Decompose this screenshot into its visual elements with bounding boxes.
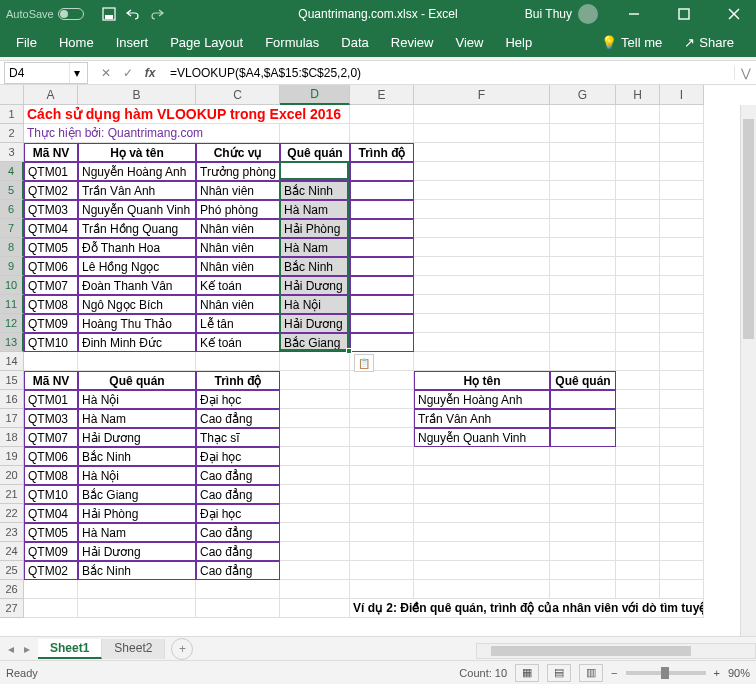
select-all-corner[interactable] bbox=[0, 85, 24, 105]
cell-H5[interactable] bbox=[616, 181, 660, 200]
ribbon-tab-insert[interactable]: Insert bbox=[106, 31, 159, 54]
cell-D9[interactable]: Bắc Ninh bbox=[280, 257, 350, 276]
zoom-out-button[interactable]: − bbox=[611, 667, 617, 679]
cell-H2[interactable] bbox=[616, 124, 660, 143]
cell-H22[interactable] bbox=[616, 504, 660, 523]
cell-C8[interactable]: Nhân viên bbox=[196, 238, 280, 257]
cell-D10[interactable]: Hải Dương bbox=[280, 276, 350, 295]
row-header-23[interactable]: 23 bbox=[0, 523, 24, 542]
cell-H16[interactable] bbox=[616, 390, 660, 409]
cell-D17[interactable] bbox=[280, 409, 350, 428]
cell-B25[interactable]: Bắc Ninh bbox=[78, 561, 196, 580]
cell-D18[interactable] bbox=[280, 428, 350, 447]
cell-B11[interactable]: Ngô Ngọc Bích bbox=[78, 295, 196, 314]
ribbon-tab-data[interactable]: Data bbox=[331, 31, 378, 54]
cell-F25[interactable] bbox=[414, 561, 550, 580]
row-header-8[interactable]: 8 bbox=[0, 238, 24, 257]
cell-D8[interactable]: Hà Nam bbox=[280, 238, 350, 257]
cell-C24[interactable]: Cao đẳng bbox=[196, 542, 280, 561]
cell-H10[interactable] bbox=[616, 276, 660, 295]
cell-A17[interactable]: QTM03 bbox=[24, 409, 78, 428]
cell-D14[interactable] bbox=[280, 352, 350, 371]
cell-D13[interactable]: Bắc Giang bbox=[280, 333, 350, 352]
cell-H23[interactable] bbox=[616, 523, 660, 542]
cell-G17[interactable] bbox=[550, 409, 616, 428]
col-header-A[interactable]: A bbox=[24, 85, 78, 105]
cell-H14[interactable] bbox=[616, 352, 660, 371]
cell-C25[interactable]: Cao đẳng bbox=[196, 561, 280, 580]
cell-F14[interactable] bbox=[414, 352, 550, 371]
cell-F7[interactable] bbox=[414, 219, 550, 238]
view-normal-icon[interactable]: ▦ bbox=[515, 664, 539, 682]
row-header-6[interactable]: 6 bbox=[0, 200, 24, 219]
row-header-20[interactable]: 20 bbox=[0, 466, 24, 485]
cell-A23[interactable]: QTM05 bbox=[24, 523, 78, 542]
cell-I12[interactable] bbox=[660, 314, 704, 333]
cell-H24[interactable] bbox=[616, 542, 660, 561]
redo-icon[interactable] bbox=[150, 7, 164, 21]
cell-E18[interactable] bbox=[350, 428, 414, 447]
cell-A15[interactable]: Mã NV bbox=[24, 371, 78, 390]
cell-D22[interactable] bbox=[280, 504, 350, 523]
cell-E6[interactable] bbox=[350, 200, 414, 219]
cell-F8[interactable] bbox=[414, 238, 550, 257]
cell-I25[interactable] bbox=[660, 561, 704, 580]
cell-I3[interactable] bbox=[660, 143, 704, 162]
cell-I7[interactable] bbox=[660, 219, 704, 238]
cell-I4[interactable] bbox=[660, 162, 704, 181]
cell-E11[interactable] bbox=[350, 295, 414, 314]
cell-G4[interactable] bbox=[550, 162, 616, 181]
cell-I8[interactable] bbox=[660, 238, 704, 257]
cell-G24[interactable] bbox=[550, 542, 616, 561]
cell-G26[interactable] bbox=[550, 580, 616, 599]
cell-E4[interactable] bbox=[350, 162, 414, 181]
cell-B13[interactable]: Đinh Minh Đức bbox=[78, 333, 196, 352]
col-header-B[interactable]: B bbox=[78, 85, 196, 105]
cell-A20[interactable]: QTM08 bbox=[24, 466, 78, 485]
ribbon-tab-review[interactable]: Review bbox=[381, 31, 444, 54]
cell-D15[interactable] bbox=[280, 371, 350, 390]
cell-F5[interactable] bbox=[414, 181, 550, 200]
cell-G21[interactable] bbox=[550, 485, 616, 504]
cell-C15[interactable]: Trình độ bbox=[196, 371, 280, 390]
expand-formula-bar-icon[interactable]: ⋁ bbox=[734, 66, 756, 80]
cell-C26[interactable] bbox=[196, 580, 280, 599]
cell-C11[interactable]: Nhân viên bbox=[196, 295, 280, 314]
ribbon-tab-view[interactable]: View bbox=[445, 31, 493, 54]
cell-E24[interactable] bbox=[350, 542, 414, 561]
view-page-layout-icon[interactable]: ▤ bbox=[547, 664, 571, 682]
cell-B27[interactable] bbox=[78, 599, 196, 618]
cell-D16[interactable] bbox=[280, 390, 350, 409]
cell-E5[interactable] bbox=[350, 181, 414, 200]
name-box[interactable]: D4 ▾ bbox=[4, 62, 88, 84]
cell-E21[interactable] bbox=[350, 485, 414, 504]
cell-I22[interactable] bbox=[660, 504, 704, 523]
cell-I26[interactable] bbox=[660, 580, 704, 599]
cell-G6[interactable] bbox=[550, 200, 616, 219]
cell-I9[interactable] bbox=[660, 257, 704, 276]
cell-A6[interactable]: QTM03 bbox=[24, 200, 78, 219]
row-header-15[interactable]: 15 bbox=[0, 371, 24, 390]
cell-B10[interactable]: Đoàn Thanh Vân bbox=[78, 276, 196, 295]
cell-I14[interactable] bbox=[660, 352, 704, 371]
spreadsheet-grid[interactable]: ABCDEFGHI 123456789101112131415161718192… bbox=[0, 85, 756, 636]
user-account[interactable]: Bui Thuy bbox=[525, 4, 598, 24]
zoom-in-button[interactable]: + bbox=[714, 667, 720, 679]
cell-D20[interactable] bbox=[280, 466, 350, 485]
cell-B8[interactable]: Đỗ Thanh Hoa bbox=[78, 238, 196, 257]
cell-C9[interactable]: Nhân viên bbox=[196, 257, 280, 276]
cell-C6[interactable]: Phó phòng bbox=[196, 200, 280, 219]
row-header-12[interactable]: 12 bbox=[0, 314, 24, 333]
cell-A13[interactable]: QTM10 bbox=[24, 333, 78, 352]
cell-D3[interactable]: Quê quán bbox=[280, 143, 350, 162]
cell-E2[interactable] bbox=[350, 124, 414, 143]
cell-B18[interactable]: Hải Dương bbox=[78, 428, 196, 447]
cell-E1[interactable] bbox=[350, 105, 414, 124]
row-header-17[interactable]: 17 bbox=[0, 409, 24, 428]
horizontal-scrollbar[interactable] bbox=[476, 643, 756, 659]
cell-F4[interactable] bbox=[414, 162, 550, 181]
cell-C23[interactable]: Cao đẳng bbox=[196, 523, 280, 542]
cell-G8[interactable] bbox=[550, 238, 616, 257]
cell-H19[interactable] bbox=[616, 447, 660, 466]
cell-D23[interactable] bbox=[280, 523, 350, 542]
